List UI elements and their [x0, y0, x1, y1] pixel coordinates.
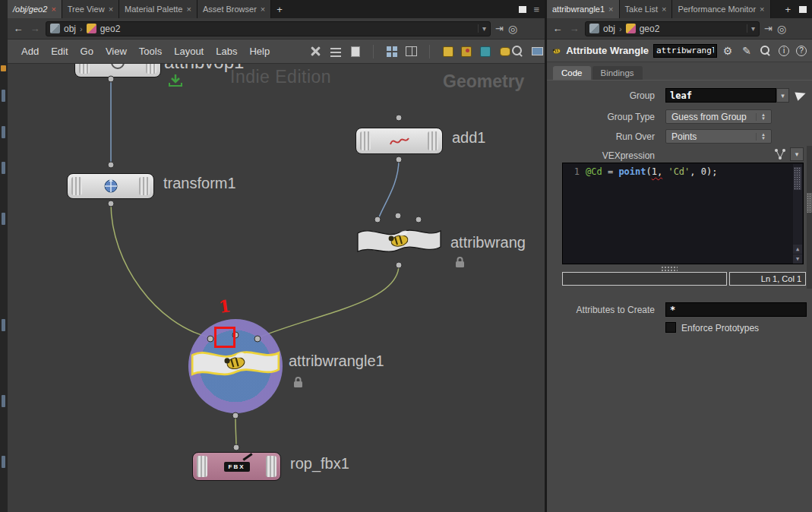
shelf-palette-icon[interactable] — [461, 46, 472, 57]
back-icon[interactable]: ← — [12, 23, 24, 34]
editor-scrollbar[interactable]: ▲ ▼ — [793, 164, 802, 264]
node-name-field[interactable] — [653, 44, 717, 58]
vex-code-editor[interactable]: 1 @Cd = point(1, 'Cd', 0); ▲ ▼ — [562, 163, 804, 264]
wire-attribwrangle1-ropfbx1[interactable] — [235, 416, 236, 447]
wire-add1-attribwrangle[interactable] — [379, 160, 399, 217]
wire-transform1-attribwrangle1[interactable] — [111, 204, 210, 337]
breadcrumb[interactable]: obj — [64, 24, 76, 34]
pane-scrollbar[interactable] — [807, 146, 812, 289]
template-flag-icon[interactable] — [167, 73, 184, 88]
pin-path-icon[interactable]: ⇥ — [764, 23, 773, 34]
help-icon[interactable]: ? — [796, 46, 807, 56]
follow-selection-icon[interactable]: ◎ — [508, 23, 517, 35]
expression-node-icon[interactable] — [773, 147, 787, 161]
tab-take-list[interactable]: Take List × — [620, 0, 673, 18]
group-dropdown-button[interactable]: ▾ — [776, 88, 789, 103]
edge-marker-icon[interactable] — [2, 162, 5, 174]
menu-tools[interactable]: Tools — [133, 43, 168, 59]
breadcrumb[interactable]: geo2 — [640, 24, 660, 34]
edge-marker-icon[interactable] — [2, 213, 5, 225]
scroll-up-icon[interactable]: ▲ — [793, 245, 802, 254]
menu-view[interactable]: View — [100, 43, 133, 59]
close-icon[interactable]: × — [608, 5, 613, 14]
info-icon[interactable]: i — [779, 46, 789, 56]
brush-icon[interactable]: ✎ — [741, 45, 753, 57]
edge-marker-icon[interactable] — [2, 395, 5, 407]
chevron-down-icon[interactable]: ▾ — [747, 24, 755, 33]
menu-add[interactable]: Add — [15, 43, 45, 59]
tab-material-palette[interactable]: Material Palette × — [119, 0, 197, 18]
search-icon[interactable] — [511, 45, 524, 58]
menu-edit[interactable]: Edit — [45, 43, 74, 59]
vexpression-menu-button[interactable]: ▾ — [790, 147, 804, 161]
wire-attribwrangle-attribwrangle1[interactable] — [259, 265, 399, 337]
shelf-notebook-icon[interactable] — [443, 46, 453, 57]
chevron-down-icon[interactable]: ▾ — [478, 24, 486, 33]
group-input[interactable] — [665, 88, 776, 103]
pane-menu-icon[interactable]: ≡ — [533, 4, 539, 15]
node-attribvop1[interactable] — [74, 64, 161, 77]
tab-tree-view[interactable]: Tree View × — [62, 0, 119, 18]
close-icon[interactable]: × — [760, 5, 764, 14]
network-graph[interactable]: Indie Edition Geometry attribvop1 — [8, 64, 545, 512]
tab-asset-browser[interactable]: Asset Browser × — [197, 0, 271, 18]
close-icon[interactable]: × — [109, 5, 113, 14]
scrollbar-thumb[interactable] — [807, 193, 812, 213]
tab-attribwrangle1[interactable]: attribwrangle1 × — [547, 0, 620, 18]
node-rop-fbx1[interactable]: FBX — [192, 452, 281, 481]
menu-labs[interactable]: Labs — [210, 43, 243, 59]
close-icon[interactable]: × — [51, 5, 55, 14]
menu-go[interactable]: Go — [74, 43, 100, 59]
run-over-select[interactable]: Points ▲▼ — [665, 129, 772, 144]
close-icon[interactable]: × — [662, 5, 666, 14]
enforce-prototypes-checkbox[interactable] — [665, 322, 676, 333]
shelf-drum-icon[interactable] — [500, 47, 510, 56]
gear-icon[interactable]: ⚙ — [722, 45, 734, 57]
scroll-down-icon[interactable]: ▼ — [793, 254, 802, 264]
tab-code[interactable]: Code — [553, 66, 591, 80]
follow-selection-icon[interactable]: ◎ — [777, 23, 786, 35]
network-tools-icon[interactable] — [309, 45, 322, 58]
tab-performance-monitor[interactable]: Performance Monitor × — [672, 0, 770, 18]
pane-maximize-icon[interactable] — [799, 6, 807, 13]
edge-marker-icon[interactable] — [1, 65, 6, 71]
close-icon[interactable]: × — [187, 5, 191, 14]
pin-path-icon[interactable]: ⇥ — [495, 23, 504, 34]
tab-bindings[interactable]: Bindings — [592, 66, 643, 80]
new-tab-button[interactable]: + — [271, 0, 288, 18]
node-transform1[interactable] — [67, 173, 154, 199]
shelf-chest-icon[interactable] — [480, 46, 491, 57]
node-attribwrangle[interactable] — [355, 222, 443, 258]
split-view-icon[interactable] — [406, 46, 417, 56]
edge-marker-icon[interactable] — [2, 319, 5, 331]
parameter-path-field[interactable]: obj › geo2 ▾ — [585, 21, 760, 36]
close-icon[interactable]: × — [261, 5, 265, 14]
breadcrumb[interactable]: geo2 — [100, 24, 121, 34]
edge-marker-icon[interactable] — [2, 126, 5, 138]
forward-icon[interactable]: → — [29, 23, 41, 34]
search-icon[interactable] — [760, 45, 772, 57]
node-add1[interactable] — [355, 128, 443, 154]
new-tab-button[interactable]: + — [783, 4, 792, 15]
edge-marker-icon[interactable] — [2, 456, 5, 468]
group-type-select[interactable]: Guess from Group ▲▼ — [665, 109, 772, 124]
back-icon[interactable]: ← — [551, 23, 564, 34]
breadcrumb[interactable]: obj — [603, 24, 615, 34]
notes-icon[interactable] — [351, 46, 360, 57]
tab-obj-geo2[interactable]: /obj/geo2 × — [8, 0, 62, 18]
attributes-to-create-input[interactable] — [665, 302, 807, 317]
node-attribwrangle1[interactable] — [190, 342, 281, 383]
menu-help[interactable]: Help — [243, 43, 276, 59]
grid-snap-icon[interactable] — [387, 46, 397, 57]
network-path-field[interactable]: obj › geo2 ▾ — [46, 21, 491, 36]
list-mode-icon[interactable] — [330, 46, 341, 57]
edge-marker-icon[interactable] — [2, 90, 5, 102]
scrollbar-thumb[interactable] — [794, 167, 801, 190]
pane-maximize-icon[interactable] — [519, 6, 526, 13]
forward-icon[interactable]: → — [568, 23, 580, 34]
viewport-link-icon[interactable] — [532, 47, 543, 55]
spinner-icon[interactable]: ▲▼ — [756, 133, 766, 141]
spinner-icon[interactable]: ▲▼ — [756, 113, 766, 121]
group-select-arrow-icon[interactable] — [795, 89, 807, 101]
menu-layout[interactable]: Layout — [168, 43, 210, 59]
